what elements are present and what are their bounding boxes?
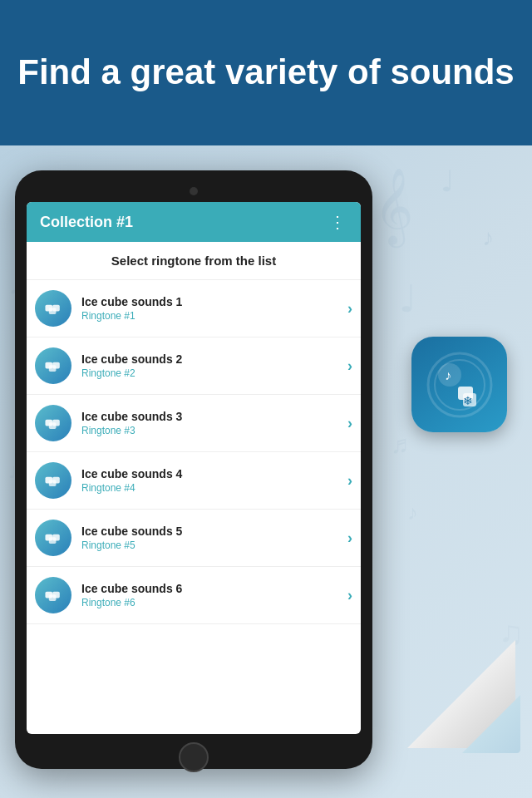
ringtone-info-2: Ice cube sounds 2 Ringtone #2 — [81, 352, 347, 379]
ringtone-info-5: Ice cube sounds 5 Ringtone #5 — [81, 525, 347, 551]
svg-text:♪: ♪ — [407, 500, 418, 524]
ringtone-chevron-2: › — [347, 357, 352, 375]
page-curl-decoration — [407, 640, 515, 748]
ringtone-icon-4 — [35, 462, 71, 499]
background-area: ♩ ♪ ♫ ♬ 𝄞 ♩ ♪ ♫ ♩ 𝄞 ♬ ♪ ♩ ♫ ♥ ♥ Collecti… — [0, 145, 532, 798]
ringtone-icon-5 — [35, 520, 71, 556]
ringtone-name-6: Ice cube sounds 6 — [81, 582, 347, 595]
banner-headline: Find a great variety of sounds — [17, 52, 514, 93]
ringtone-name-2: Ice cube sounds 2 — [81, 352, 347, 366]
ringtone-info-3: Ice cube sounds 3 Ringtone #3 — [81, 410, 347, 436]
ringtone-sub-6: Ringtone #6 — [81, 597, 347, 608]
ringtone-item[interactable]: Ice cube sounds 3 Ringtone #3 › — [27, 395, 361, 452]
svg-rect-24 — [52, 420, 60, 426]
svg-rect-30 — [52, 534, 60, 541]
svg-text:𝄞: 𝄞 — [374, 169, 413, 249]
app-subtitle: Select ringtone from the list — [27, 242, 361, 280]
ringtone-icon-3 — [35, 405, 71, 441]
menu-icon[interactable]: ⋮ — [329, 212, 347, 232]
app-icon-graphic: ♪ ❄ — [426, 352, 493, 418]
svg-rect-18 — [52, 305, 60, 312]
tablet-home-button[interactable] — [179, 742, 209, 772]
svg-point-34 — [428, 353, 491, 416]
ringtone-sub-2: Ringtone #2 — [81, 367, 347, 379]
svg-text:♩: ♩ — [441, 165, 455, 197]
ringtone-icon-2 — [35, 347, 71, 384]
tablet-screen: Collection #1 ⋮ Select ringtone from the… — [27, 202, 361, 734]
ringtone-sub-4: Ringtone #4 — [81, 482, 347, 494]
svg-text:♪: ♪ — [482, 224, 494, 250]
ringtone-chevron-3: › — [347, 415, 352, 432]
ringtone-name-5: Ice cube sounds 5 — [81, 525, 347, 538]
ringtone-item[interactable]: Ice cube sounds 4 Ringtone #4 › — [27, 452, 361, 510]
ringtone-sub-1: Ringtone #1 — [81, 310, 347, 322]
svg-text:♩: ♩ — [399, 278, 416, 320]
ringtone-list: Ice cube sounds 1 Ringtone #1 › Ice cube… — [27, 280, 361, 624]
ringtone-name-4: Ice cube sounds 4 — [81, 467, 347, 480]
svg-text:♪: ♪ — [445, 368, 451, 382]
ringtone-info-4: Ice cube sounds 4 Ringtone #4 — [81, 467, 347, 494]
ringtone-item[interactable]: Ice cube sounds 5 Ringtone #5 › — [27, 510, 361, 567]
app-header: Collection #1 ⋮ — [27, 202, 361, 242]
ringtone-item[interactable]: Ice cube sounds 6 Ringtone #6 › — [27, 567, 361, 624]
ringtone-info-6: Ice cube sounds 6 Ringtone #6 — [81, 582, 347, 608]
svg-text:♬: ♬ — [391, 431, 410, 458]
ringtone-name-3: Ice cube sounds 3 — [81, 410, 347, 423]
ringtone-info-1: Ice cube sounds 1 Ringtone #1 — [81, 295, 347, 322]
svg-rect-21 — [52, 362, 60, 369]
app-icon: ♪ ❄ — [411, 337, 507, 432]
ringtone-chevron-4: › — [347, 472, 352, 490]
svg-rect-33 — [52, 592, 60, 598]
ringtone-name-1: Ice cube sounds 1 — [81, 295, 347, 308]
ringtone-chevron-1: › — [347, 300, 352, 318]
svg-rect-27 — [52, 477, 60, 484]
ringtone-sub-3: Ringtone #3 — [81, 425, 347, 436]
ringtone-chevron-6: › — [347, 587, 352, 604]
ringtone-item[interactable]: Ice cube sounds 1 Ringtone #1 › — [27, 280, 361, 337]
ringtone-item[interactable]: Ice cube sounds 2 Ringtone #2 › — [27, 337, 361, 395]
ringtone-sub-5: Ringtone #5 — [81, 539, 347, 551]
top-banner: Find a great variety of sounds — [0, 0, 532, 145]
ringtone-icon-1 — [35, 290, 71, 327]
ringtone-icon-6 — [35, 577, 71, 613]
svg-text:❄: ❄ — [463, 394, 473, 407]
app-header-title: Collection #1 — [40, 214, 133, 231]
ringtone-chevron-5: › — [347, 530, 352, 547]
tablet-device: Collection #1 ⋮ Select ringtone from the… — [15, 170, 372, 769]
tablet-camera — [190, 187, 198, 195]
